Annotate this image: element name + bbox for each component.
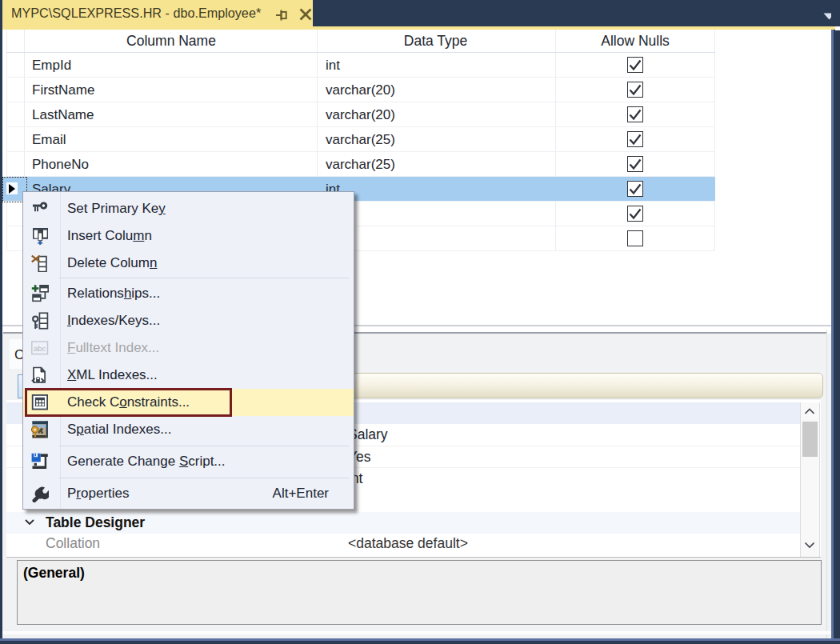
- svg-text:abc: abc: [34, 344, 46, 353]
